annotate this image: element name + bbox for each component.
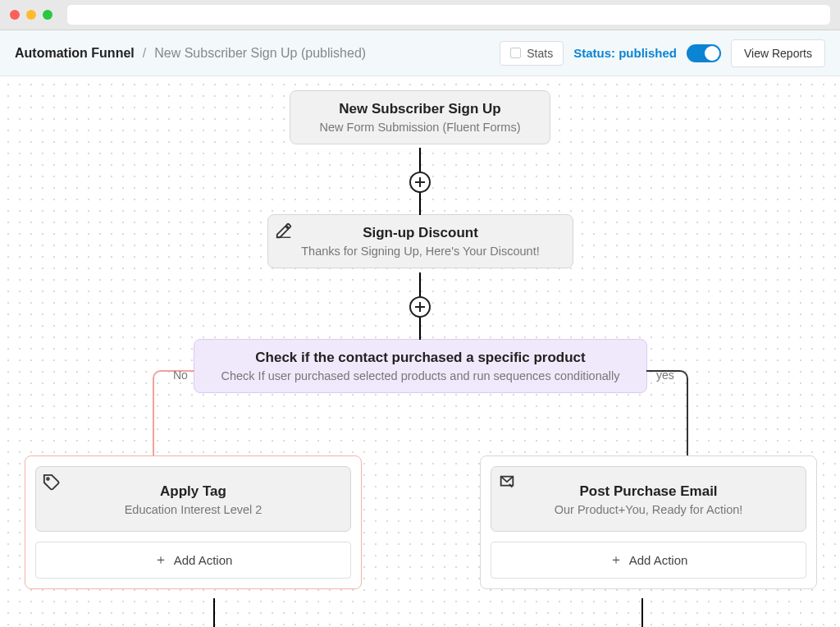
branch-no-label: No xyxy=(173,368,188,382)
view-reports-button[interactable]: View Reports xyxy=(731,39,825,67)
breadcrumb-current: New Subscriber Sign Up (published) xyxy=(154,46,366,61)
connector-line xyxy=(213,598,215,627)
node-subtitle: Check If user purchased selected product… xyxy=(208,369,633,382)
plus-icon: ＋ xyxy=(609,551,623,569)
email-step-node[interactable]: Sign-up Discount Thanks for Signing Up, … xyxy=(267,214,573,268)
branch-yes-label: yes xyxy=(656,368,674,382)
node-title: Sign-up Discount xyxy=(281,225,559,241)
connector-line xyxy=(419,272,421,297)
stats-checkbox[interactable] xyxy=(510,48,521,58)
add-action-button[interactable]: ＋ Add Action xyxy=(35,542,351,579)
node-subtitle: Our Product+You, Ready for Action! xyxy=(501,503,796,516)
plus-icon: ＋ xyxy=(154,551,167,569)
node-title: Post Purchase Email xyxy=(501,483,796,500)
breadcrumb-separator: / xyxy=(143,46,146,61)
automation-canvas[interactable]: New Subscriber Sign Up New Form Submissi… xyxy=(0,76,840,627)
post-purchase-email-node[interactable]: Post Purchase Email Our Product+You, Rea… xyxy=(491,466,806,532)
node-subtitle: Education Interest Level 2 xyxy=(46,503,340,516)
add-step-button[interactable] xyxy=(409,296,431,318)
node-subtitle: New Form Submission (Fluent Forms) xyxy=(304,121,536,134)
node-title: Apply Tag xyxy=(46,483,340,500)
status-toggle[interactable] xyxy=(687,44,721,62)
topbar: Automation Funnel / New Subscriber Sign … xyxy=(0,30,840,76)
minimize-window-button[interactable] xyxy=(26,10,36,20)
breadcrumb: Automation Funnel / New Subscriber Sign … xyxy=(15,46,366,61)
node-title: New Subscriber Sign Up xyxy=(304,101,536,117)
branch-yes-card: Post Purchase Email Our Product+You, Rea… xyxy=(480,455,817,589)
breadcrumb-root[interactable]: Automation Funnel xyxy=(15,46,135,61)
add-step-button[interactable] xyxy=(409,172,431,193)
url-bar[interactable] xyxy=(67,5,830,25)
add-action-label: Add Action xyxy=(174,553,233,567)
branch-no-connector xyxy=(153,370,194,457)
connector-line xyxy=(419,317,421,340)
maximize-window-button[interactable] xyxy=(43,10,52,20)
connector-line xyxy=(641,598,643,627)
add-action-label: Add Action xyxy=(629,553,688,567)
add-action-button[interactable]: ＋ Add Action xyxy=(491,542,806,579)
stats-label: Stats xyxy=(527,47,553,60)
condition-node[interactable]: Check if the contact purchased a specifi… xyxy=(194,339,647,393)
svg-point-0 xyxy=(47,478,49,480)
apply-tag-node[interactable]: Apply Tag Education Interest Level 2 xyxy=(35,466,351,532)
connector-line xyxy=(419,192,421,215)
edit-icon xyxy=(275,222,293,240)
branch-no-card: Apply Tag Education Interest Level 2 ＋ A… xyxy=(25,455,362,589)
window-chrome xyxy=(0,0,840,30)
node-title: Check if the contact purchased a specifi… xyxy=(208,350,633,366)
node-subtitle: Thanks for Signing Up, Here's Your Disco… xyxy=(281,245,559,258)
email-edit-icon xyxy=(498,474,516,492)
branch-yes-connector xyxy=(646,370,688,457)
topbar-actions: Stats Status: published View Reports xyxy=(500,39,825,67)
traffic-lights xyxy=(10,10,52,20)
stats-button[interactable]: Stats xyxy=(500,41,564,66)
tag-icon xyxy=(43,474,61,492)
connector-line xyxy=(419,148,421,172)
close-window-button[interactable] xyxy=(10,10,20,20)
status-label: Status: published xyxy=(573,46,677,60)
trigger-node[interactable]: New Subscriber Sign Up New Form Submissi… xyxy=(290,90,550,144)
